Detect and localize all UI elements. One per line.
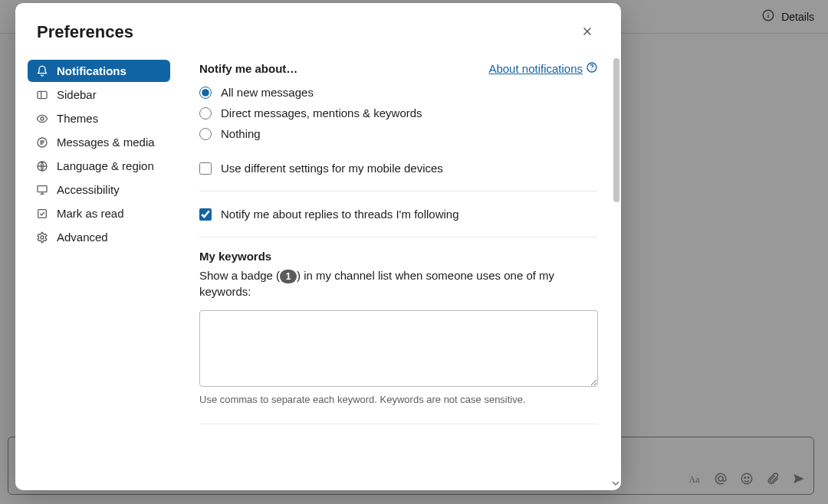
sidebar-item-sidebar[interactable]: Sidebar bbox=[28, 83, 170, 106]
radio-nothing[interactable] bbox=[199, 128, 212, 140]
checkbox-label: Notify me about replies to threads I'm f… bbox=[221, 208, 459, 221]
sidebar-item-label: Mark as read bbox=[57, 207, 124, 220]
svg-point-19 bbox=[41, 236, 44, 239]
sidebar-item-label: Sidebar bbox=[57, 88, 97, 101]
sidebar-item-label: Advanced bbox=[57, 231, 108, 244]
gear-icon bbox=[35, 231, 49, 244]
keywords-heading: My keywords bbox=[199, 250, 598, 263]
thread-replies-row[interactable]: Notify me about replies to threads I'm f… bbox=[199, 204, 598, 224]
radio-label: Nothing bbox=[221, 127, 261, 140]
desktop-icon bbox=[35, 184, 49, 196]
close-icon bbox=[580, 25, 594, 41]
divider bbox=[199, 191, 598, 191]
notify-option-dm[interactable]: Direct messages, mentions & keywords bbox=[199, 103, 598, 123]
svg-rect-15 bbox=[38, 185, 47, 191]
check-square-icon bbox=[35, 208, 49, 220]
help-icon bbox=[586, 61, 598, 76]
sidebar-item-label: Accessibility bbox=[57, 183, 120, 196]
panel-icon bbox=[35, 89, 49, 101]
sidebar-item-notifications[interactable]: Notifications bbox=[28, 60, 170, 82]
globe-icon bbox=[35, 160, 49, 172]
thread-replies-checkbox[interactable] bbox=[199, 208, 212, 221]
notify-option-all[interactable]: All new messages bbox=[199, 82, 598, 103]
radio-dm[interactable] bbox=[199, 107, 212, 119]
about-notifications-label: About notifications bbox=[488, 62, 583, 75]
scrollbar-thumb[interactable] bbox=[613, 58, 619, 202]
sidebar-item-accessibility[interactable]: Accessibility bbox=[28, 178, 170, 201]
eye-icon bbox=[35, 113, 49, 125]
sidebar-item-mark-read[interactable]: Mark as read bbox=[28, 202, 170, 224]
sidebar-item-advanced[interactable]: Advanced bbox=[28, 226, 170, 248]
sidebar-item-messages[interactable]: Messages & media bbox=[28, 131, 170, 153]
sidebar-item-themes[interactable]: Themes bbox=[28, 107, 170, 129]
divider bbox=[199, 424, 598, 424]
modal-title: Preferences bbox=[37, 22, 133, 42]
keywords-hint: Use commas to separate each keyword. Key… bbox=[199, 394, 598, 405]
sidebar-item-label: Language & region bbox=[57, 159, 154, 172]
sidebar-item-label: Themes bbox=[57, 112, 98, 125]
preferences-modal: Preferences Notifications Sidebar bbox=[15, 3, 621, 490]
keywords-desc-pre: Show a badge ( bbox=[199, 269, 280, 282]
svg-point-21 bbox=[591, 70, 592, 70]
scroll-down-icon[interactable] bbox=[612, 476, 619, 487]
radio-label: Direct messages, mentions & keywords bbox=[221, 106, 422, 119]
radio-label: All new messages bbox=[221, 86, 314, 99]
sidebar-item-label: Messages & media bbox=[57, 136, 155, 149]
keywords-description: Show a badge (1) in my channel list when… bbox=[199, 267, 598, 299]
mobile-settings-checkbox[interactable] bbox=[199, 162, 212, 175]
notify-heading: Notify me about… bbox=[199, 62, 297, 75]
divider bbox=[199, 237, 598, 237]
radio-all[interactable] bbox=[199, 87, 212, 99]
about-notifications-link[interactable]: About notifications bbox=[488, 61, 598, 76]
badge-example: 1 bbox=[280, 270, 297, 283]
notify-option-nothing[interactable]: Nothing bbox=[199, 123, 598, 144]
bell-icon bbox=[35, 65, 49, 77]
notifications-panel: Notify me about… About notifications All… bbox=[176, 52, 621, 490]
preferences-sidebar: Notifications Sidebar Themes Messages & … bbox=[15, 52, 176, 490]
sidebar-item-label: Notifications bbox=[57, 64, 127, 77]
svg-rect-10 bbox=[38, 91, 47, 98]
svg-point-12 bbox=[41, 117, 44, 120]
checkbox-label: Use different settings for my mobile dev… bbox=[221, 162, 443, 175]
mobile-settings-row[interactable]: Use different settings for my mobile dev… bbox=[199, 158, 598, 178]
keywords-input[interactable] bbox=[199, 310, 598, 387]
message-icon bbox=[35, 136, 49, 149]
close-button[interactable] bbox=[575, 20, 600, 44]
sidebar-item-language[interactable]: Language & region bbox=[28, 155, 170, 177]
svg-rect-18 bbox=[38, 209, 47, 218]
